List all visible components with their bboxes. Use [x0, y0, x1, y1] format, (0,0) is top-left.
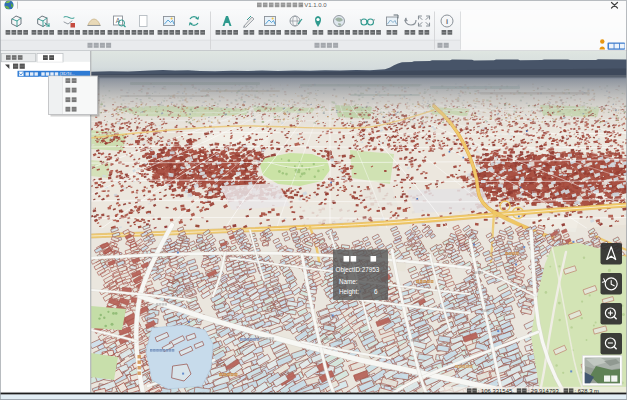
svg-text:i: i: [446, 17, 448, 26]
svg-text:Name:: Name:: [339, 278, 358, 285]
svg-text:- V1.1.0.0: - V1.1.0.0: [301, 2, 328, 8]
svg-text:Height:: Height:: [339, 288, 359, 296]
svg-text:ObjectID:27953: ObjectID:27953: [336, 266, 380, 274]
svg-text:6: 6: [374, 288, 378, 295]
